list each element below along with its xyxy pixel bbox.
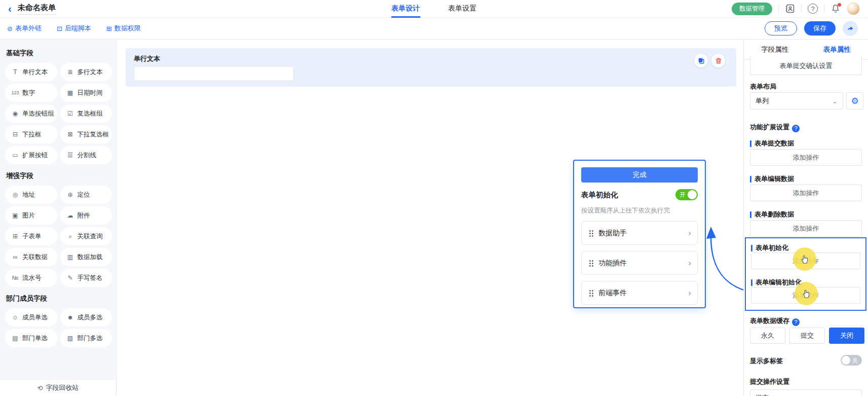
drag-handle-icon[interactable] bbox=[589, 260, 593, 267]
toggle-knob bbox=[842, 356, 850, 365]
palette-item-select[interactable]: ⊟下拉框 bbox=[5, 125, 57, 143]
help-icon[interactable]: ? bbox=[792, 318, 800, 326]
palette-item-image[interactable]: ▣图片 bbox=[5, 206, 57, 225]
add-operation-delete-button[interactable]: 添加操作 bbox=[750, 220, 862, 237]
tab-form-design[interactable]: 表单设计 bbox=[392, 0, 420, 18]
palette-item-dept-single[interactable]: ▤部门单选 bbox=[5, 329, 57, 347]
form-external-link[interactable]: ⊘ 表单外链 bbox=[7, 24, 42, 33]
cache-option-close[interactable]: 关闭 bbox=[829, 328, 864, 344]
form-layout-label: 表单布局 bbox=[750, 82, 776, 91]
section-enhanced-fields: 增强字段 bbox=[6, 171, 112, 181]
share-arrow-icon bbox=[846, 24, 854, 32]
serial-icon: № bbox=[11, 274, 19, 281]
palette-item-dept-multi[interactable]: ▧部门多选 bbox=[60, 329, 112, 347]
cache-option-submit[interactable]: 提交 bbox=[789, 328, 825, 344]
user-avatar[interactable] bbox=[847, 2, 860, 15]
layout-select-value: 单列 bbox=[756, 96, 769, 105]
field-recycle-bin[interactable]: ⟲ 字段回收站 bbox=[0, 379, 116, 396]
submit-action-field[interactable]: ✎ bbox=[750, 389, 862, 396]
group-form-edit-init: 表单编辑初始化 bbox=[751, 278, 802, 287]
palette-item-linked-query[interactable]: ⌕关联查询 bbox=[60, 227, 112, 245]
item-label: 子表单 bbox=[22, 232, 42, 241]
chevron-right-icon: › bbox=[688, 289, 691, 297]
palette-item-multi-line-text[interactable]: ≣多行文本 bbox=[60, 63, 112, 81]
palette-item-checkbox-group[interactable]: ☑复选框组 bbox=[60, 104, 112, 123]
copy-icon bbox=[698, 57, 705, 64]
palette-item-single-line-text[interactable]: T单行文本 bbox=[5, 63, 57, 81]
chevron-right-icon: › bbox=[688, 259, 691, 267]
palette-item-datetime[interactable]: ▦日期时间 bbox=[60, 84, 112, 102]
dialog-item-function-plugin[interactable]: 功能插件 › bbox=[581, 251, 698, 275]
data-permission-link[interactable]: ⊞ 数据权限 bbox=[106, 24, 141, 33]
palette-item-address[interactable]: ◎地址 bbox=[5, 186, 57, 204]
single-line-text-input[interactable] bbox=[134, 66, 294, 81]
palette-item-number[interactable]: 123数字 bbox=[5, 84, 57, 102]
copy-field-button[interactable] bbox=[694, 54, 708, 67]
done-button[interactable]: 完成 bbox=[581, 167, 698, 183]
save-button[interactable]: 保存 bbox=[804, 21, 836, 35]
palette-item-linked-data[interactable]: ∞关联数据 bbox=[5, 248, 57, 266]
contacts-icon[interactable] bbox=[785, 4, 795, 14]
palette-item-divider[interactable]: ☰分割线 bbox=[60, 146, 112, 164]
palette-item-member-single[interactable]: ☺成员单选 bbox=[5, 308, 57, 327]
add-operation-edit-button[interactable]: 添加操作 bbox=[750, 185, 862, 201]
preview-button[interactable]: 预览 bbox=[765, 21, 797, 35]
toggle-on-label: 开 bbox=[680, 191, 686, 199]
palette-item-radio-group[interactable]: ◉单选按钮组 bbox=[5, 104, 57, 123]
item-label: 多行文本 bbox=[78, 68, 103, 77]
palette-item-subform[interactable]: ⊞子表单 bbox=[5, 227, 57, 245]
data-cache-title: 表单数据缓存 bbox=[750, 317, 789, 325]
text-icon: T bbox=[11, 68, 19, 76]
palette-item-data-load[interactable]: ▥数据加载 bbox=[60, 248, 112, 266]
drag-handle-icon[interactable] bbox=[589, 290, 593, 297]
header-actions: 数据管理 ? bbox=[732, 2, 860, 15]
add-operation-init-button[interactable]: 添加操作 bbox=[751, 253, 860, 269]
tab-form-settings[interactable]: 表单设置 bbox=[448, 0, 477, 18]
add-operation-submit-button[interactable]: 添加操作 bbox=[750, 149, 862, 166]
add-operation-edit-init-button[interactable]: 添加操作 bbox=[751, 287, 860, 304]
submit-action-input[interactable] bbox=[756, 394, 851, 396]
submit-confirm-settings-button[interactable]: 表单提交确认设置 bbox=[750, 56, 862, 75]
selected-field-card[interactable]: 单行文本 bbox=[126, 48, 736, 87]
delete-field-button[interactable] bbox=[711, 54, 725, 67]
form-title[interactable]: 未命名表单 bbox=[18, 3, 56, 15]
dialog-item-data-assistant[interactable]: 数据助手 › bbox=[581, 221, 698, 245]
drag-handle-icon[interactable] bbox=[589, 230, 593, 237]
palette-item-member-multi[interactable]: ☻成员多选 bbox=[60, 308, 112, 327]
dialog-title: 表单初始化 bbox=[581, 190, 618, 200]
palette-item-location[interactable]: ⊕定位 bbox=[60, 186, 112, 204]
item-label: 图片 bbox=[22, 211, 35, 220]
backend-script-link[interactable]: ⊡ 后端脚本 bbox=[57, 24, 91, 33]
item-label: 数字 bbox=[22, 89, 35, 97]
group-form-delete-data: 表单删除数据 bbox=[750, 210, 794, 219]
multi-tab-toggle[interactable]: 关 bbox=[841, 355, 862, 366]
palette-item-attachment[interactable]: ☁附件 bbox=[60, 206, 112, 225]
link-icon: ⊘ bbox=[7, 25, 13, 32]
section-dept-member-fields: 部门成员字段 bbox=[6, 294, 112, 303]
item-label: 日期时间 bbox=[78, 89, 103, 97]
form-init-toggle[interactable]: 开 bbox=[675, 189, 698, 200]
cache-option-forever[interactable]: 永久 bbox=[750, 328, 785, 344]
notifications-bell-icon[interactable] bbox=[831, 4, 841, 14]
toolbar-actions: 预览 保存 bbox=[765, 21, 858, 36]
palette-item-extend-button[interactable]: ▭扩展按钮 bbox=[5, 146, 57, 164]
share-button[interactable] bbox=[843, 21, 858, 36]
calendar-icon: ▦ bbox=[66, 89, 74, 96]
dropdown-icon: ⊟ bbox=[11, 131, 19, 138]
toggle-knob bbox=[688, 190, 697, 199]
palette-item-serial-number[interactable]: №流水号 bbox=[5, 269, 57, 287]
item-label: 扩展按钮 bbox=[22, 151, 48, 160]
data-manage-button[interactable]: 数据管理 bbox=[732, 3, 772, 15]
dialog-item-frontend-event[interactable]: 前端事件 › bbox=[581, 281, 698, 305]
edit-icon[interactable]: ✎ bbox=[851, 394, 856, 396]
palette-item-multi-select[interactable]: ⊠下拉复选框 bbox=[60, 125, 112, 143]
back-icon[interactable]: ‹ bbox=[8, 4, 12, 14]
permission-icon: ⊞ bbox=[106, 25, 112, 32]
layout-settings-button[interactable]: ⚙ bbox=[846, 92, 863, 110]
help-icon[interactable]: ? bbox=[808, 4, 818, 14]
help-icon[interactable]: ? bbox=[792, 125, 800, 132]
layout-select[interactable]: 单列 ⌄ bbox=[750, 92, 843, 110]
section-basic-fields: 基础字段 bbox=[6, 49, 112, 58]
palette-item-signature[interactable]: ✎手写签名 bbox=[60, 269, 112, 287]
header-tabs: 表单设计 表单设置 bbox=[392, 0, 477, 18]
